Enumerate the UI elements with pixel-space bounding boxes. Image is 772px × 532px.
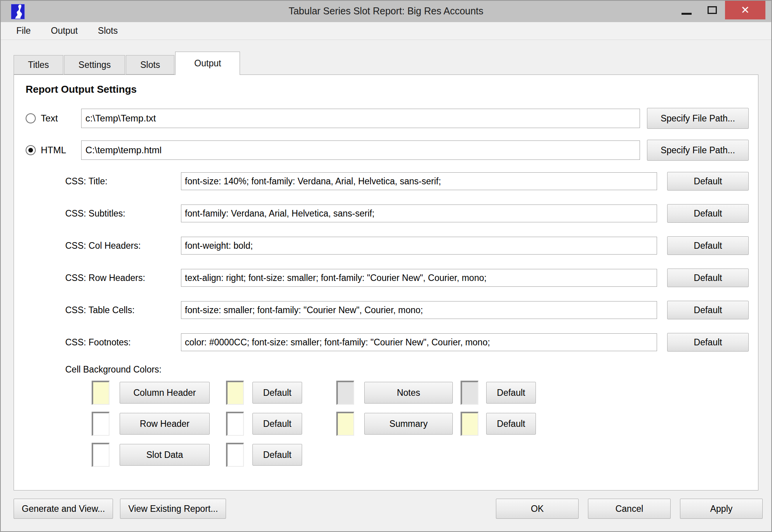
summary-color-swatch [336,412,354,436]
column-header-default-button[interactable]: Default [252,382,302,404]
tab-slots[interactable]: Slots [126,55,174,75]
window-controls: ✕ [674,1,765,19]
text-radio-label: Text [41,113,81,124]
column-header-color-swatch [92,381,110,405]
css-row-headers-row: CSS: Row Headers: Default [14,269,758,287]
tab-settings[interactable]: Settings [64,55,125,75]
cellbg-row-3: Slot Data Default [14,442,758,467]
html-specify-path-button[interactable]: Specify File Path... [647,140,749,161]
row-header-color-swatch [92,412,110,436]
summary-default-button[interactable]: Default [486,413,536,435]
text-specify-path-button[interactable]: Specify File Path... [647,108,749,129]
tab-titles[interactable]: Titles [14,55,63,75]
cellbg-row-2: Row Header Default Summary Default [14,411,758,436]
css-footnotes-label: CSS: Footnotes: [65,337,181,348]
menu-output[interactable]: Output [51,26,78,36]
dialog-footer: Generate and View... View Existing Repor… [1,490,771,531]
slot-data-default-swatch [226,443,244,467]
css-footnotes-row: CSS: Footnotes: Default [14,333,758,351]
css-col-headers-input[interactable] [181,237,657,255]
row-header-default-button[interactable]: Default [252,413,302,435]
notes-default-swatch [461,381,478,405]
html-path-input[interactable] [81,140,640,160]
menu-bar: File Output Slots [1,22,771,40]
dialog-window: Tabular Series Slot Report: Big Res Acco… [0,0,772,532]
css-col-headers-row: CSS: Col Headers: Default [14,237,758,255]
close-button[interactable]: ✕ [725,1,765,19]
generate-and-view-button[interactable]: Generate and View... [14,499,113,519]
text-radio[interactable] [26,113,36,123]
css-subtitles-default-button[interactable]: Default [667,204,749,223]
css-table-cells-default-button[interactable]: Default [667,301,749,319]
column-header-color-button[interactable]: Column Header [120,382,210,404]
slot-data-color-button[interactable]: Slot Data [120,444,210,466]
cell-background-colors-label: Cell Background Colors: [65,364,758,375]
output-tab-panel: Report Output Settings Text Specify File… [14,75,758,490]
window-title: Tabular Series Slot Report: Big Res Acco… [289,5,483,17]
css-col-headers-default-button[interactable]: Default [667,236,749,255]
cellbg-row-1: Column Header Default Notes Default [14,380,758,405]
css-table-cells-row: CSS: Table Cells: Default [14,301,758,319]
title-bar[interactable]: Tabular Series Slot Report: Big Res Acco… [1,1,771,22]
notes-color-button[interactable]: Notes [364,382,453,404]
page-title: Report Output Settings [14,75,758,95]
css-col-headers-label: CSS: Col Headers: [65,241,181,251]
html-format-row: HTML Specify File Path... [14,140,758,160]
css-table-cells-label: CSS: Table Cells: [65,305,181,315]
slot-data-default-button[interactable]: Default [252,444,302,466]
summary-default-swatch [461,412,478,436]
summary-color-button[interactable]: Summary [364,413,453,435]
html-radio-label: HTML [41,145,81,156]
css-title-row: CSS: Title: Default [14,172,758,190]
river-glyph [12,5,24,19]
row-header-color-button[interactable]: Row Header [120,413,210,435]
maximize-icon [708,6,717,14]
css-row-headers-default-button[interactable]: Default [667,269,749,287]
css-footnotes-default-button[interactable]: Default [667,333,749,352]
tab-output[interactable]: Output [175,52,240,75]
cancel-button[interactable]: Cancel [588,499,671,519]
view-existing-report-button[interactable]: View Existing Report... [120,499,226,519]
notes-default-button[interactable]: Default [486,382,536,404]
text-format-row: Text Specify File Path... [14,109,758,128]
riverware-icon [11,4,25,19]
menu-file[interactable]: File [16,26,31,36]
maximize-button[interactable] [699,1,725,19]
css-title-input[interactable] [181,172,657,190]
ok-button[interactable]: OK [496,499,579,519]
column-header-default-swatch [226,381,244,405]
minimize-icon [682,13,692,15]
css-subtitles-input[interactable] [181,204,657,222]
tab-bar: Titles Settings Slots Output [1,40,771,75]
css-subtitles-label: CSS: Subtitles: [65,208,181,219]
row-header-default-swatch [226,412,244,436]
css-row-headers-input[interactable] [181,269,657,287]
html-radio[interactable] [26,145,36,155]
css-title-label: CSS: Title: [65,176,181,187]
css-footnotes-input[interactable] [181,333,657,351]
notes-color-swatch [336,381,354,405]
css-subtitles-row: CSS: Subtitles: Default [14,204,758,222]
text-path-input[interactable] [81,109,640,128]
css-title-default-button[interactable]: Default [667,172,749,191]
css-row-headers-label: CSS: Row Headers: [65,273,181,283]
minimize-button[interactable] [674,1,699,19]
apply-button[interactable]: Apply [680,499,763,519]
menu-slots[interactable]: Slots [98,26,118,36]
slot-data-color-swatch [92,443,110,467]
css-table-cells-input[interactable] [181,301,657,319]
